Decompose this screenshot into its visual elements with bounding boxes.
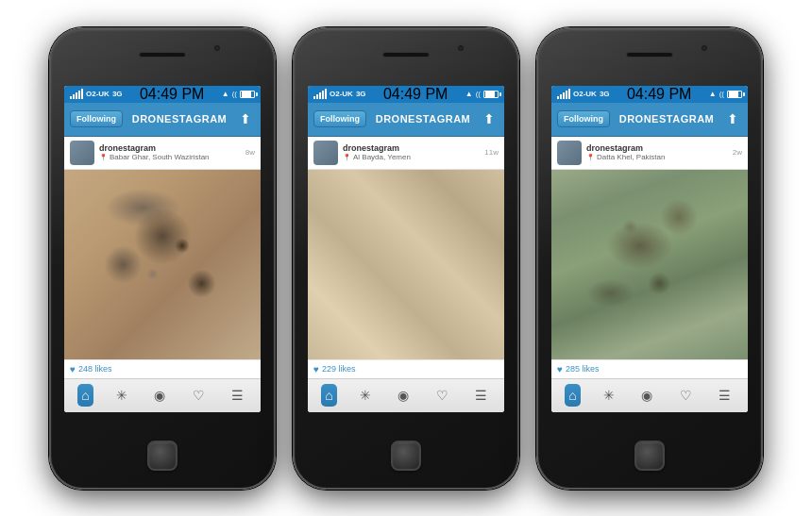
status-right-1: ▲ (( [222,90,255,98]
time-1: 04:49 PM [140,86,204,103]
wifi-icon-2: (( [476,90,481,98]
network-2: 3G [356,90,366,98]
battery-fill-2 [485,92,495,97]
phone-speaker-3 [626,52,673,58]
network-3: 3G [600,90,610,98]
likes-count-1: 248 likes [78,364,112,374]
carrier-3: O2-UK [573,90,597,98]
share-button-1[interactable]: ⬆ [236,109,255,128]
phone-body-1: O2-UK 3G 04:49 PM ▲ (( Following DRONEST… [49,27,276,490]
home-nav-1[interactable]: ⌂ [77,384,93,407]
aerial-image-1 [64,170,261,359]
camera-nav-1[interactable]: ◉ [150,384,169,407]
likes-nav-2[interactable]: ♡ [432,384,452,407]
app-title-3: DRONESTAGRAM [619,113,715,125]
bar-2b [316,94,318,99]
following-button-2[interactable]: Following [313,110,366,127]
home-nav-2[interactable]: ⌂ [321,384,336,407]
bar-1 [70,96,72,99]
post-time-3: 2w [733,148,742,157]
wifi-icon-3: (( [719,90,724,98]
phone-body-2: O2-UK 3G 04:49 PM ▲ (( Following DRONEST… [293,27,519,490]
app-title-1: DRONESTAGRAM [132,113,228,125]
heart-icon-1: ♥ [70,364,76,375]
avatar-img-2 [313,141,338,165]
post-meta-3: dronestagram 📍 Datta Khel, Pakistan [586,143,728,161]
carrier-2: O2-UK [330,90,353,98]
gps-icon-3: ▲ [709,90,717,98]
profile-nav-3[interactable]: ☰ [715,384,735,407]
location-icon-2: 📍 [343,154,351,161]
post-image-1 [64,170,261,359]
following-button-1[interactable]: Following [70,110,123,127]
aerial-image-3 [551,170,748,359]
bar-4c [566,91,567,99]
time-2: 04:49 PM [383,86,448,103]
likes-bar-3: ♥ 285 likes [551,359,748,378]
post-meta-1: dronestagram 📍 Babar Ghar, South Waziris… [99,143,241,161]
status-left-2: O2-UK 3G [313,90,366,99]
time-3: 04:49 PM [627,86,691,103]
username-3: dronestagram [586,143,728,153]
bar-3c [563,92,565,99]
battery-1 [240,91,255,98]
bar-3 [76,92,77,99]
battery-3 [727,91,742,98]
following-button-3[interactable]: Following [557,110,610,127]
bar-2 [73,94,75,99]
explore-nav-2[interactable]: ✳ [356,384,375,407]
explore-nav-3[interactable]: ✳ [600,384,618,407]
profile-nav-2[interactable]: ☰ [471,384,491,407]
username-1: dronestagram [99,143,241,153]
bar-5 [81,89,83,99]
profile-nav-1[interactable]: ☰ [228,384,247,407]
avatar-img-3 [557,141,582,165]
heart-icon-2: ♥ [313,364,319,375]
bar-4b [322,91,324,99]
post-meta-2: dronestagram 📍 Al Bayda, Yemen [343,143,480,161]
heart-icon-3: ♥ [557,364,563,375]
home-button-2[interactable] [391,441,421,471]
home-nav-3[interactable]: ⌂ [565,384,580,407]
location-icon-1: 📍 [99,154,108,161]
share-button-3[interactable]: ⬆ [723,109,742,128]
home-button-3[interactable] [634,441,665,471]
aerial-image-2 [308,170,504,359]
phone-2: O2-UK 3G 04:49 PM ▲ (( Following DRONEST… [293,27,519,490]
battery-fill-3 [729,92,738,97]
wifi-icon-1: (( [232,90,237,98]
bar-2c [560,94,562,99]
status-left-1: O2-UK 3G [70,90,123,99]
likes-bar-1: ♥ 248 likes [64,359,261,378]
likes-nav-3[interactable]: ♡ [676,384,696,407]
gps-icon-2: ▲ [465,90,473,98]
likes-nav-1[interactable]: ♡ [189,384,209,407]
camera-nav-2[interactable]: ◉ [394,384,413,407]
username-2: dronestagram [343,143,480,153]
phone-speaker-1 [139,52,186,58]
phone-camera-3 [701,44,708,52]
phone-speaker-2 [382,52,430,58]
app-title-2: DRONESTAGRAM [376,113,471,125]
phone-body-3: O2-UK 3G 04:49 PM ▲ (( Following DRONEST… [536,27,763,490]
home-button-1[interactable] [147,441,178,471]
location-icon-3: 📍 [586,154,595,161]
post-time-2: 11w [484,148,499,157]
location-text-1: Babar Ghar, South Waziristan [110,153,210,161]
bar-1c [557,96,559,99]
phone-3: O2-UK 3G 04:49 PM ▲ (( Following DRONEST… [536,27,763,490]
status-right-2: ▲ (( [465,90,499,98]
nav-bar-1: Following DRONESTAGRAM ⬆ [64,103,261,137]
network-1: 3G [112,90,123,98]
avatar-3 [557,141,582,165]
share-button-2[interactable]: ⬆ [480,109,499,128]
phone-screen-2: O2-UK 3G 04:49 PM ▲ (( Following DRONEST… [308,86,504,412]
likes-count-3: 285 likes [566,364,600,374]
status-bar-3: O2-UK 3G 04:49 PM ▲ (( [551,86,748,103]
nav-bar-3: Following DRONESTAGRAM ⬆ [551,103,748,137]
camera-nav-3[interactable]: ◉ [637,384,656,407]
post-header-1: dronestagram 📍 Babar Ghar, South Waziris… [64,137,261,170]
bottom-nav-2: ⌂ ✳ ◉ ♡ ☰ [308,378,504,412]
explore-nav-1[interactable]: ✳ [112,384,131,407]
bottom-nav-1: ⌂ ✳ ◉ ♡ ☰ [64,378,261,412]
